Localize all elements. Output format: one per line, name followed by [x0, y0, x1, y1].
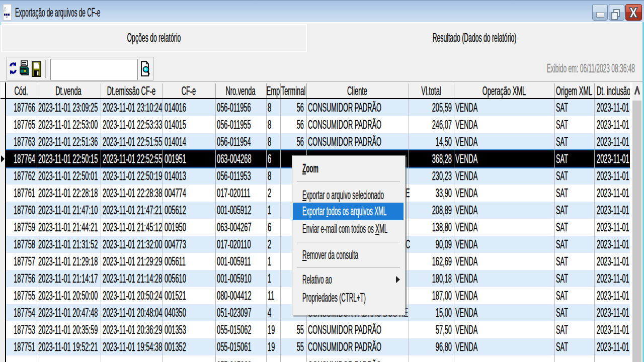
svg-text:''': ''' [4, 10, 6, 14]
